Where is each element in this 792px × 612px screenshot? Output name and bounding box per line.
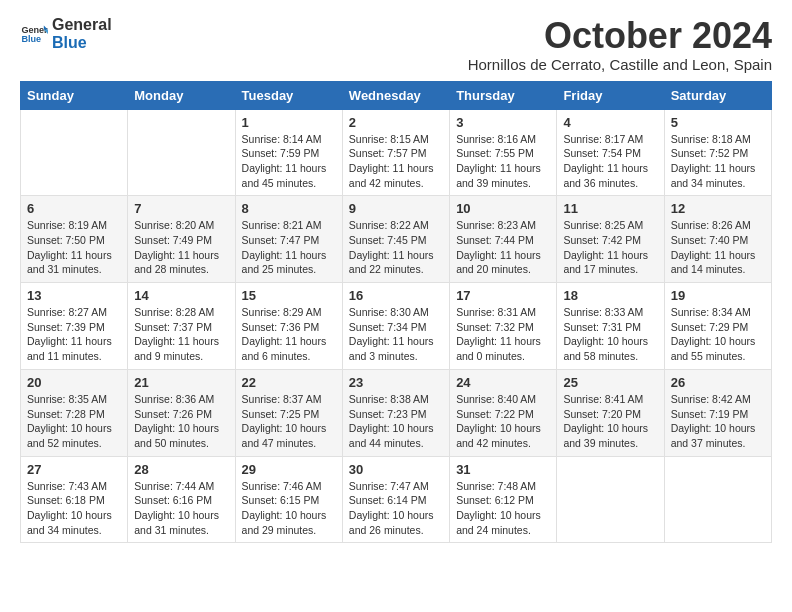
day-number: 25 xyxy=(563,375,657,390)
calendar-table: SundayMondayTuesdayWednesdayThursdayFrid… xyxy=(20,81,772,544)
calendar-cell xyxy=(21,109,128,196)
day-info: Sunrise: 8:31 AM Sunset: 7:32 PM Dayligh… xyxy=(456,305,550,364)
day-info: Sunrise: 7:46 AM Sunset: 6:15 PM Dayligh… xyxy=(242,479,336,538)
calendar-cell: 22Sunrise: 8:37 AM Sunset: 7:25 PM Dayli… xyxy=(235,369,342,456)
calendar-cell: 23Sunrise: 8:38 AM Sunset: 7:23 PM Dayli… xyxy=(342,369,449,456)
weekday-header-wednesday: Wednesday xyxy=(342,81,449,109)
calendar-cell: 3Sunrise: 8:16 AM Sunset: 7:55 PM Daylig… xyxy=(450,109,557,196)
calendar-week-row: 27Sunrise: 7:43 AM Sunset: 6:18 PM Dayli… xyxy=(21,456,772,543)
day-number: 18 xyxy=(563,288,657,303)
day-info: Sunrise: 8:20 AM Sunset: 7:49 PM Dayligh… xyxy=(134,218,228,277)
day-info: Sunrise: 8:33 AM Sunset: 7:31 PM Dayligh… xyxy=(563,305,657,364)
day-number: 8 xyxy=(242,201,336,216)
weekday-header-row: SundayMondayTuesdayWednesdayThursdayFrid… xyxy=(21,81,772,109)
calendar-cell: 4Sunrise: 8:17 AM Sunset: 7:54 PM Daylig… xyxy=(557,109,664,196)
calendar-cell: 30Sunrise: 7:47 AM Sunset: 6:14 PM Dayli… xyxy=(342,456,449,543)
day-number: 15 xyxy=(242,288,336,303)
day-info: Sunrise: 8:14 AM Sunset: 7:59 PM Dayligh… xyxy=(242,132,336,191)
calendar-week-row: 6Sunrise: 8:19 AM Sunset: 7:50 PM Daylig… xyxy=(21,196,772,283)
svg-text:Blue: Blue xyxy=(21,34,41,44)
month-title: October 2024 xyxy=(468,16,772,56)
day-number: 21 xyxy=(134,375,228,390)
day-info: Sunrise: 8:30 AM Sunset: 7:34 PM Dayligh… xyxy=(349,305,443,364)
weekday-header-monday: Monday xyxy=(128,81,235,109)
calendar-cell: 17Sunrise: 8:31 AM Sunset: 7:32 PM Dayli… xyxy=(450,283,557,370)
calendar-cell: 1Sunrise: 8:14 AM Sunset: 7:59 PM Daylig… xyxy=(235,109,342,196)
day-info: Sunrise: 8:18 AM Sunset: 7:52 PM Dayligh… xyxy=(671,132,765,191)
day-number: 5 xyxy=(671,115,765,130)
day-info: Sunrise: 8:21 AM Sunset: 7:47 PM Dayligh… xyxy=(242,218,336,277)
day-number: 29 xyxy=(242,462,336,477)
day-number: 17 xyxy=(456,288,550,303)
weekday-header-sunday: Sunday xyxy=(21,81,128,109)
day-info: Sunrise: 7:47 AM Sunset: 6:14 PM Dayligh… xyxy=(349,479,443,538)
calendar-cell: 28Sunrise: 7:44 AM Sunset: 6:16 PM Dayli… xyxy=(128,456,235,543)
location-title: Hornillos de Cerrato, Castille and Leon,… xyxy=(468,56,772,73)
calendar-cell: 5Sunrise: 8:18 AM Sunset: 7:52 PM Daylig… xyxy=(664,109,771,196)
day-info: Sunrise: 8:28 AM Sunset: 7:37 PM Dayligh… xyxy=(134,305,228,364)
day-info: Sunrise: 8:40 AM Sunset: 7:22 PM Dayligh… xyxy=(456,392,550,451)
calendar-cell xyxy=(664,456,771,543)
logo-general: General xyxy=(52,16,112,34)
day-number: 20 xyxy=(27,375,121,390)
calendar-cell: 7Sunrise: 8:20 AM Sunset: 7:49 PM Daylig… xyxy=(128,196,235,283)
day-info: Sunrise: 8:38 AM Sunset: 7:23 PM Dayligh… xyxy=(349,392,443,451)
day-info: Sunrise: 8:25 AM Sunset: 7:42 PM Dayligh… xyxy=(563,218,657,277)
day-number: 2 xyxy=(349,115,443,130)
calendar-cell: 27Sunrise: 7:43 AM Sunset: 6:18 PM Dayli… xyxy=(21,456,128,543)
day-number: 6 xyxy=(27,201,121,216)
weekday-header-thursday: Thursday xyxy=(450,81,557,109)
page-header: General Blue General Blue October 2024 H… xyxy=(20,16,772,73)
weekday-header-tuesday: Tuesday xyxy=(235,81,342,109)
calendar-cell: 11Sunrise: 8:25 AM Sunset: 7:42 PM Dayli… xyxy=(557,196,664,283)
calendar-cell: 18Sunrise: 8:33 AM Sunset: 7:31 PM Dayli… xyxy=(557,283,664,370)
day-number: 31 xyxy=(456,462,550,477)
calendar-cell xyxy=(128,109,235,196)
day-info: Sunrise: 8:34 AM Sunset: 7:29 PM Dayligh… xyxy=(671,305,765,364)
day-info: Sunrise: 8:29 AM Sunset: 7:36 PM Dayligh… xyxy=(242,305,336,364)
day-number: 13 xyxy=(27,288,121,303)
day-number: 30 xyxy=(349,462,443,477)
day-info: Sunrise: 8:19 AM Sunset: 7:50 PM Dayligh… xyxy=(27,218,121,277)
calendar-cell: 24Sunrise: 8:40 AM Sunset: 7:22 PM Dayli… xyxy=(450,369,557,456)
weekday-header-saturday: Saturday xyxy=(664,81,771,109)
calendar-cell: 10Sunrise: 8:23 AM Sunset: 7:44 PM Dayli… xyxy=(450,196,557,283)
calendar-cell: 21Sunrise: 8:36 AM Sunset: 7:26 PM Dayli… xyxy=(128,369,235,456)
day-number: 12 xyxy=(671,201,765,216)
calendar-cell: 25Sunrise: 8:41 AM Sunset: 7:20 PM Dayli… xyxy=(557,369,664,456)
day-number: 26 xyxy=(671,375,765,390)
calendar-week-row: 20Sunrise: 8:35 AM Sunset: 7:28 PM Dayli… xyxy=(21,369,772,456)
day-number: 22 xyxy=(242,375,336,390)
calendar-cell: 6Sunrise: 8:19 AM Sunset: 7:50 PM Daylig… xyxy=(21,196,128,283)
calendar-cell: 15Sunrise: 8:29 AM Sunset: 7:36 PM Dayli… xyxy=(235,283,342,370)
calendar-cell: 12Sunrise: 8:26 AM Sunset: 7:40 PM Dayli… xyxy=(664,196,771,283)
day-number: 28 xyxy=(134,462,228,477)
day-info: Sunrise: 8:41 AM Sunset: 7:20 PM Dayligh… xyxy=(563,392,657,451)
day-info: Sunrise: 8:37 AM Sunset: 7:25 PM Dayligh… xyxy=(242,392,336,451)
day-info: Sunrise: 8:27 AM Sunset: 7:39 PM Dayligh… xyxy=(27,305,121,364)
calendar-cell: 26Sunrise: 8:42 AM Sunset: 7:19 PM Dayli… xyxy=(664,369,771,456)
day-number: 1 xyxy=(242,115,336,130)
logo: General Blue General Blue xyxy=(20,16,112,52)
day-info: Sunrise: 8:35 AM Sunset: 7:28 PM Dayligh… xyxy=(27,392,121,451)
day-number: 10 xyxy=(456,201,550,216)
day-number: 19 xyxy=(671,288,765,303)
calendar-cell: 16Sunrise: 8:30 AM Sunset: 7:34 PM Dayli… xyxy=(342,283,449,370)
weekday-header-friday: Friday xyxy=(557,81,664,109)
calendar-cell: 13Sunrise: 8:27 AM Sunset: 7:39 PM Dayli… xyxy=(21,283,128,370)
day-info: Sunrise: 8:15 AM Sunset: 7:57 PM Dayligh… xyxy=(349,132,443,191)
calendar-week-row: 1Sunrise: 8:14 AM Sunset: 7:59 PM Daylig… xyxy=(21,109,772,196)
calendar-cell: 14Sunrise: 8:28 AM Sunset: 7:37 PM Dayli… xyxy=(128,283,235,370)
day-number: 23 xyxy=(349,375,443,390)
day-number: 3 xyxy=(456,115,550,130)
day-info: Sunrise: 8:42 AM Sunset: 7:19 PM Dayligh… xyxy=(671,392,765,451)
day-info: Sunrise: 8:17 AM Sunset: 7:54 PM Dayligh… xyxy=(563,132,657,191)
day-number: 4 xyxy=(563,115,657,130)
day-info: Sunrise: 7:48 AM Sunset: 6:12 PM Dayligh… xyxy=(456,479,550,538)
day-number: 24 xyxy=(456,375,550,390)
day-number: 27 xyxy=(27,462,121,477)
day-number: 9 xyxy=(349,201,443,216)
day-number: 11 xyxy=(563,201,657,216)
day-info: Sunrise: 8:16 AM Sunset: 7:55 PM Dayligh… xyxy=(456,132,550,191)
calendar-cell: 2Sunrise: 8:15 AM Sunset: 7:57 PM Daylig… xyxy=(342,109,449,196)
